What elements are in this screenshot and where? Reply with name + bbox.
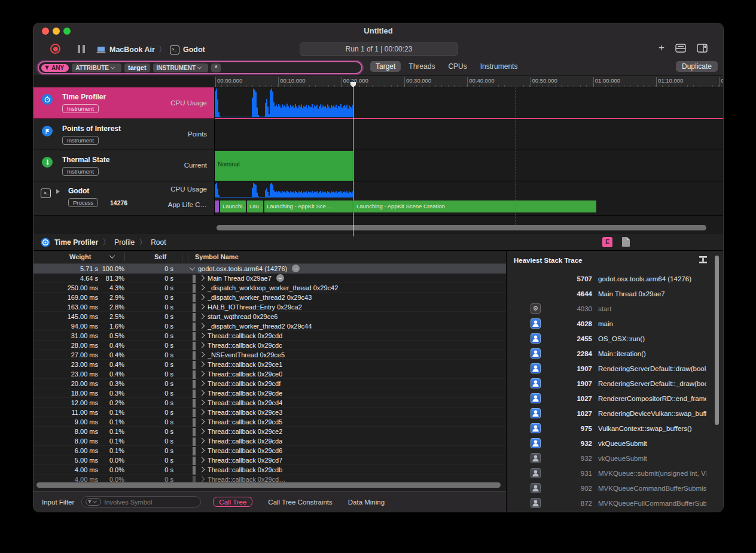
expand-chevron-icon[interactable] — [199, 400, 205, 406]
table-row[interactable]: 4.64 s81.3%0 sMain Thread 0x29ae7→ — [33, 274, 506, 283]
symbol-cell[interactable]: _dispatch_worker_thread2 0x29c44 — [199, 323, 506, 330]
symbol-cell[interactable]: Thread::callback 0x29cdc — [199, 342, 506, 349]
symbol-cell[interactable]: Thread::callback 0x29cdf — [199, 380, 506, 387]
symbol-cell[interactable]: Thread::callback 0x29ce1 — [199, 361, 506, 368]
expand-chevron-icon[interactable] — [199, 390, 205, 396]
filter-token[interactable]: target — [124, 63, 150, 72]
filter-token[interactable]: * — [211, 63, 221, 72]
stack-frame[interactable]: 4028main — [507, 316, 723, 331]
table-row[interactable]: 145.00 ms2.5%0 sstart_wqthread 0x29ce6 — [33, 312, 506, 321]
table-row[interactable]: 8.00 ms0.1%0 sThread::callback 0x29cda — [33, 436, 506, 446]
expand-chevron-icon[interactable] — [199, 314, 205, 320]
track-lane[interactable]: Nominal — [215, 150, 723, 181]
strategy-segment-target[interactable]: Target — [370, 61, 401, 72]
track-lane[interactable] — [215, 87, 723, 119]
expand-chevron-icon[interactable] — [199, 285, 205, 291]
lifecycle-segment[interactable]: Lau… — [247, 200, 263, 212]
stack-frame[interactable]: 932vkQueueSubmit — [507, 436, 723, 451]
filter-scope-icon[interactable] — [86, 498, 101, 506]
expand-chevron-icon[interactable] — [199, 323, 205, 329]
disclosure-triangle-icon[interactable] — [56, 189, 60, 194]
symbol-cell[interactable]: Thread::callback 0x29ce3 — [199, 409, 506, 416]
expand-chevron-icon[interactable] — [199, 381, 205, 387]
symbol-cell[interactable]: Thread::callback 0x29ce2 — [199, 428, 506, 435]
expand-chevron-icon[interactable] — [199, 352, 205, 358]
expand-chevron-icon[interactable] — [199, 409, 205, 415]
symbol-cell[interactable]: Main Thread 0x29ae7→ — [199, 274, 506, 282]
strategy-segment-cpus[interactable]: CPUs — [443, 61, 472, 72]
track-godot[interactable]: >_GodotProcess14276CPU UsageApp Life C…L… — [33, 181, 723, 216]
table-row[interactable]: 27.00 ms0.4%0 s_NSEventThread 0x29ce5 — [33, 350, 506, 360]
time-ruler[interactable]: 00:00.00000:10.00000:20.00000:30.00000:4… — [215, 76, 723, 87]
table-row[interactable]: 9.00 ms0.1%0 sThread::callback 0x29cd5 — [33, 417, 506, 427]
focus-arrow-icon[interactable]: → — [292, 265, 300, 272]
symbol-filter-input[interactable]: Involves Symbol — [81, 496, 201, 508]
lifecycle-segment[interactable]: Launching - AppKit Sce… — [264, 200, 353, 212]
table-row[interactable]: 6.00 ms0.1%0 sThread::callback 0x29cd6 — [33, 446, 506, 455]
filter-any-pill[interactable]: ANY — [41, 64, 69, 72]
expand-chevron-icon[interactable] — [199, 476, 205, 482]
table-row[interactable]: 8.00 ms0.1%0 sThread::callback 0x29ce2 — [33, 427, 506, 436]
track-header[interactable]: Points of InterestInstrumentPoints — [33, 119, 215, 150]
stack-frame[interactable]: 1907RenderingServerDefault::draw(bool,… — [507, 361, 723, 376]
table-row[interactable]: 250.00 ms4.3%0 s_dispatch_workloop_worke… — [33, 283, 506, 293]
expand-chevron-icon[interactable] — [199, 419, 205, 425]
expand-chevron-icon[interactable] — [199, 448, 205, 454]
collapse-chevron-icon[interactable] — [190, 265, 196, 271]
stack-frame[interactable]: 872MVKQueueFullCommandBufferSubmi… — [507, 496, 723, 511]
add-instrument-icon[interactable]: + — [659, 42, 664, 54]
lifecycle-segment[interactable]: Launching - AppKit Scene Creation — [354, 200, 596, 212]
stack-frame[interactable]: 1907RenderingServerDefault::_draw(bool… — [507, 376, 723, 391]
filter-token[interactable]: INSTRUMENT — [153, 63, 209, 72]
extended-detail-badge[interactable]: E — [602, 237, 612, 247]
track-lane[interactable] — [215, 119, 723, 150]
track-time-profiler[interactable]: Time ProfilerInstrumentCPU Usage — [33, 87, 723, 119]
document-icon[interactable] — [621, 236, 630, 247]
lifecycle-segment[interactable]: Launchi… — [220, 200, 246, 212]
symbol-cell[interactable]: _NSEventThread 0x29ce5 — [199, 351, 506, 358]
expand-chevron-icon[interactable] — [199, 342, 205, 348]
expand-chevron-icon[interactable] — [199, 333, 205, 339]
column-header-self[interactable]: Self — [154, 253, 166, 260]
pause-icon[interactable] — [78, 45, 85, 53]
track-header[interactable]: >_GodotProcess14276CPU UsageApp Life C… — [33, 181, 215, 215]
table-row[interactable]: 11.00 ms0.1%0 sThread::callback 0x29ce3 — [33, 408, 506, 417]
table-row[interactable]: 12.00 ms0.2%0 sThread::callback 0x29cd4 — [33, 398, 506, 408]
detail-breadcrumb[interactable]: Time Profiler〉Profile〉Root — [41, 237, 166, 248]
table-row[interactable]: 94.00 ms1.6%0 s_dispatch_worker_thread2 … — [33, 321, 506, 331]
symbol-cell[interactable]: Thread::callback 0x29cdd — [199, 332, 506, 339]
symbol-cell[interactable]: Thread::callback 0x29ce0 — [199, 370, 506, 378]
stack-frame[interactable]: 902MVKQueueCommandBufferSubmissio… — [507, 481, 723, 496]
table-row[interactable]: 5.00 ms0.0%0 sThread::callback 0x29cd7 — [33, 455, 506, 465]
table-row[interactable]: 163.00 ms2.8%0 sHALB_IOThread::Entry 0x2… — [33, 302, 506, 312]
column-header-symbol-name[interactable]: Symbol Name — [195, 253, 239, 260]
table-row[interactable]: 23.00 ms0.4%0 sThread::callback 0x29ce1 — [33, 360, 506, 369]
device-breadcrumb[interactable]: MacBook Air 〉 >_ Godot — [96, 44, 205, 55]
symbol-cell[interactable]: start_wqthread 0x29ce6 — [199, 313, 506, 320]
track-thermal-state[interactable]: Thermal StateInstrumentCurrentNominal — [33, 150, 723, 181]
stack-frame[interactable]: 975VulkanContext::swap_buffers() — [507, 421, 723, 436]
stack-frame[interactable]: ⚙4030start — [507, 301, 723, 316]
symbol-cell[interactable]: HALB_IOThread::Entry 0x29ca2 — [199, 303, 506, 311]
symbol-cell[interactable]: _dispatch_workloop_worker_thread 0x29c42 — [199, 284, 506, 291]
bottom-tab-data-mining[interactable]: Data Mining — [348, 499, 385, 506]
track-filter-field[interactable]: ANY ATTRIBUTEtargetINSTRUMENT* — [38, 61, 362, 74]
stack-frame[interactable]: 932vkQueueSubmit — [507, 451, 723, 466]
strategy-segment-instruments[interactable]: Instruments — [475, 61, 523, 72]
symbol-cell[interactable]: Thread::callback 0x29cde — [199, 390, 506, 397]
table-row[interactable]: 31.00 ms0.5%0 sThread::callback 0x29cdd — [33, 331, 506, 341]
bottom-tab-call-tree[interactable]: Call Tree — [213, 497, 252, 507]
symbol-cell[interactable]: godot.osx.tools.arm64 (14276)→ — [190, 265, 506, 272]
table-horizontal-scrollbar[interactable] — [36, 482, 501, 488]
stack-frame[interactable]: 1027RendererCompositorRD::end_frame(… — [507, 391, 723, 406]
focus-arrow-icon[interactable]: → — [276, 274, 284, 282]
table-row[interactable]: 28.00 ms0.4%0 sThread::callback 0x29cdc — [33, 341, 506, 350]
expand-chevron-icon[interactable] — [199, 438, 205, 444]
right-pane-toggle-icon[interactable] — [697, 44, 708, 53]
expand-chevron-icon[interactable] — [199, 275, 205, 281]
table-row[interactable]: 20.00 ms0.3%0 sThread::callback 0x29cdf — [33, 379, 506, 388]
stack-frame[interactable]: 1027RenderingDeviceVulkan::swap_buffe… — [507, 406, 723, 421]
breadcrumb-item[interactable]: Profile — [114, 238, 135, 247]
table-row[interactable]: 23.00 ms0.4%0 sThread::callback 0x29ce0 — [33, 369, 506, 379]
track-lane[interactable]: Launchi…Lau…Launching - AppKit Sce…Launc… — [215, 181, 723, 216]
